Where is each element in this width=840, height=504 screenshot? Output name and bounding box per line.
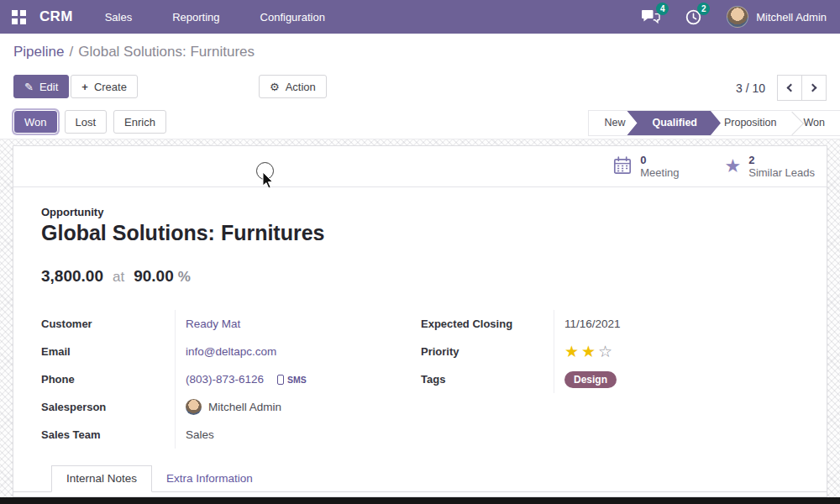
tab-extra-information[interactable]: Extra Information [152, 466, 267, 491]
expected-closing-label: Expected Closing [421, 318, 554, 330]
field-column-right: Expected Closing 11/16/2021 Priority ★ ★… [421, 310, 799, 449]
enrich-button[interactable]: Enrich [113, 110, 166, 134]
record-type-label: Opportunity [41, 206, 799, 218]
pager-previous-button[interactable] [777, 75, 802, 101]
meeting-label: Meeting [640, 166, 679, 179]
activities-icon[interactable]: 2 [685, 9, 701, 25]
meeting-count: 0 [640, 154, 679, 166]
expected-revenue-value: 3,800.00 [41, 267, 103, 286]
edit-button[interactable]: ✎ Edit [13, 75, 69, 98]
sales-team-label: Sales Team [41, 428, 175, 441]
field-column-left: Customer Ready Mat Email info@deltapc.co… [41, 310, 421, 449]
meeting-stat-button[interactable]: 0 Meeting [612, 154, 679, 179]
breadcrumb-current: Global Solutions: Furnitures [78, 44, 255, 60]
field-row-salesperson: Salesperson Mitchell Admin [41, 393, 421, 421]
expected-revenue-row: 3,800.00 at 90.00 % [41, 267, 799, 286]
field-row-expected-closing: Expected Closing 11/16/2021 [421, 310, 799, 338]
field-row-tags: Tags Design [421, 365, 799, 393]
record-pager: 3 / 10 [736, 75, 827, 101]
top-navbar: CRM Sales Reporting Configuration 4 2 Mi… [0, 0, 840, 34]
star-icon: ★ [725, 157, 742, 176]
breadcrumb-pipeline-link[interactable]: Pipeline [13, 44, 65, 60]
messages-badge: 4 [656, 3, 669, 15]
pencil-icon: ✎ [24, 81, 34, 93]
breadcrumb-separator: / [70, 44, 74, 60]
create-button-label: Create [94, 81, 127, 93]
won-button[interactable]: Won [13, 110, 58, 134]
form-card: 0 Meeting ★ 2 Similar Leads Opportunity … [13, 145, 827, 497]
bottom-screen-edge [0, 497, 840, 504]
priority-star-2[interactable]: ★ [581, 342, 598, 361]
lost-button[interactable]: Lost [65, 110, 108, 134]
user-name[interactable]: Mitchell Admin [756, 11, 827, 24]
toolbar-buttons: ✎ Edit + Create [13, 75, 138, 98]
phone-label: Phone [41, 373, 175, 386]
opportunity-title: Global Solutions: Furnitures [41, 221, 799, 245]
breadcrumb: Pipeline/Global Solutions: Furnitures [13, 44, 255, 60]
email-value-link[interactable]: info@deltapc.com [186, 345, 276, 358]
sales-team-value[interactable]: Sales [186, 428, 214, 441]
chevron-left-icon [787, 84, 795, 92]
action-button[interactable]: ⚙ Action [259, 75, 327, 98]
stage-qualified[interactable]: Qualified [627, 111, 720, 135]
create-button[interactable]: + Create [71, 75, 138, 98]
customer-value-link[interactable]: Ready Mat [186, 318, 240, 330]
edit-button-label: Edit [39, 81, 58, 93]
salesperson-value[interactable]: Mitchell Admin [208, 401, 281, 413]
field-grid: Customer Ready Mat Email info@deltapc.co… [41, 310, 799, 449]
activities-badge: 2 [697, 3, 710, 15]
similar-leads-label: Similar Leads [748, 166, 815, 179]
apps-menu-icon[interactable] [12, 10, 26, 24]
tab-internal-notes[interactable]: Internal Notes [51, 465, 152, 492]
percent-sign: % [178, 269, 191, 286]
notebook-tabs: Internal Notes Extra Information [13, 466, 827, 492]
field-row-email: Email info@deltapc.com [41, 338, 421, 365]
at-label: at [113, 269, 124, 286]
salesperson-label: Salesperson [41, 401, 175, 413]
gear-icon: ⚙ [270, 81, 280, 93]
control-panel: Pipeline/Global Solutions: Furnitures ✎ … [0, 34, 840, 139]
expected-closing-value[interactable]: 11/16/2021 [564, 318, 621, 330]
field-row-sales-team: Sales Team Sales [41, 421, 421, 449]
page-background: 0 Meeting ★ 2 Similar Leads Opportunity … [0, 139, 840, 504]
mobile-phone-icon [277, 375, 284, 385]
card-header: 0 Meeting ★ 2 Similar Leads [13, 146, 827, 187]
field-row-priority: Priority ★ ★ ☆ [421, 338, 799, 365]
mouse-cursor [262, 172, 275, 190]
menu-sales[interactable]: Sales [105, 11, 133, 24]
form-sheet: Opportunity Global Solutions: Furnitures… [13, 187, 827, 449]
calendar-icon [612, 155, 633, 178]
stage-bar: New Qualified Proposition Won [588, 110, 840, 136]
customer-label: Customer [41, 318, 175, 330]
app-brand[interactable]: CRM [39, 8, 73, 25]
stat-button-box: 0 Meeting ★ 2 Similar Leads [612, 146, 815, 186]
similar-leads-count: 2 [748, 154, 815, 166]
probability-value: 90.00 [134, 267, 174, 286]
messages-icon[interactable]: 4 [641, 9, 660, 25]
plus-icon: + [81, 81, 88, 93]
menu-configuration[interactable]: Configuration [260, 11, 325, 24]
salesperson-avatar [186, 399, 202, 415]
field-row-phone: Phone (803)-873-6126 SMS [41, 365, 421, 393]
tag-design[interactable]: Design [564, 371, 617, 388]
similar-leads-stat-button[interactable]: ★ 2 Similar Leads [725, 154, 816, 179]
email-label: Email [41, 345, 175, 358]
action-button-label: Action [286, 81, 316, 93]
navbar-right: 4 2 Mitchell Admin [641, 6, 840, 28]
field-row-customer: Customer Ready Mat [41, 310, 421, 338]
priority-star-1[interactable]: ★ [564, 342, 581, 361]
pager-count: 3 / 10 [736, 81, 765, 95]
user-avatar[interactable] [727, 6, 748, 28]
sms-button[interactable]: SMS [277, 375, 307, 385]
priority-star-3[interactable]: ☆ [598, 342, 615, 361]
chevron-right-icon [809, 84, 817, 92]
status-buttons: Won Lost Enrich [13, 110, 166, 134]
menu-reporting[interactable]: Reporting [172, 11, 219, 24]
tags-label: Tags [421, 373, 554, 386]
sms-label: SMS [287, 375, 307, 385]
navbar-menus: Sales Reporting Configuration [105, 11, 325, 24]
priority-label: Priority [421, 345, 554, 358]
phone-value-link[interactable]: (803)-873-6126 [186, 373, 264, 386]
pager-next-button[interactable] [801, 75, 827, 101]
